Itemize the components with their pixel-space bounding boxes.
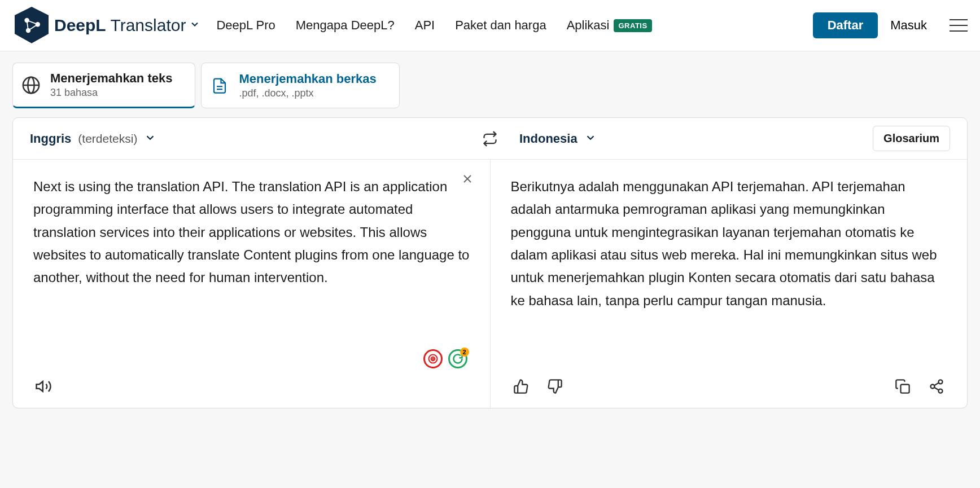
svg-line-22 <box>934 388 939 390</box>
chevron-down-icon <box>144 131 156 146</box>
extension-badges: 2 <box>423 349 467 368</box>
speaker-icon[interactable] <box>33 376 54 397</box>
signup-button[interactable]: Daftar <box>813 12 878 38</box>
thumbs-down-icon[interactable] <box>545 376 565 397</box>
clear-source-button[interactable] <box>461 172 474 188</box>
logo-wrap[interactable]: DeepL Translator <box>12 3 200 47</box>
target-language-select[interactable]: Indonesia <box>519 131 597 146</box>
svg-point-19 <box>939 380 943 384</box>
source-language-area: Inggris (terdeteksi) <box>13 131 478 146</box>
document-icon <box>209 76 230 96</box>
mode-tabs: Menerjemahkan teks 31 bahasa Menerjemahk… <box>0 51 980 117</box>
tab-files-title: Menerjemahkan berkas <box>239 72 376 86</box>
source-text-input[interactable]: Next is using the translation API. The t… <box>33 175 470 365</box>
swap-languages-button[interactable] <box>478 131 502 147</box>
globe-icon <box>21 75 41 95</box>
copy-icon[interactable] <box>893 376 913 397</box>
svg-point-16 <box>432 358 434 359</box>
svg-line-23 <box>934 383 939 386</box>
source-pane: Next is using the translation API. The t… <box>13 160 491 408</box>
tab-files-subtitle: .pdf, .docx, .pptx <box>239 87 376 99</box>
nav-apps-label: Aplikasi <box>567 18 610 33</box>
target-icon[interactable] <box>423 349 443 368</box>
nav-pricing[interactable]: Paket dan harga <box>447 14 554 37</box>
top-header: DeepL Translator DeepL Pro Mengapa DeepL… <box>0 0 980 51</box>
source-language-select[interactable]: Inggris (terdeteksi) <box>30 131 156 146</box>
svg-point-21 <box>939 389 943 393</box>
free-badge: GRATIS <box>614 19 651 32</box>
svg-rect-18 <box>901 385 909 393</box>
brand-text: DeepL Translator <box>54 16 186 35</box>
grammarly-icon[interactable]: 2 <box>448 349 467 368</box>
menu-icon[interactable] <box>950 19 968 32</box>
brand-bold: DeepL <box>54 16 106 34</box>
deepl-logo-icon <box>12 3 51 47</box>
nav-apps[interactable]: Aplikasi GRATIS <box>559 14 660 37</box>
chevron-down-icon[interactable] <box>189 19 200 32</box>
target-language-area: Indonesia Glosarium <box>502 126 967 151</box>
source-footer <box>33 365 470 397</box>
svg-marker-0 <box>15 7 49 43</box>
glossary-button[interactable]: Glosarium <box>873 126 950 151</box>
nav-deepl-pro[interactable]: DeepL Pro <box>208 14 283 37</box>
target-footer <box>511 365 947 397</box>
language-bar: Inggris (terdeteksi) Indonesia Glosarium <box>13 118 967 160</box>
target-lang-name: Indonesia <box>519 131 578 146</box>
svg-point-20 <box>931 385 935 389</box>
thumbs-up-icon[interactable] <box>511 376 531 397</box>
tab-text-title: Menerjemahkan teks <box>50 71 172 86</box>
target-text-output[interactable]: Berikutnya adalah menggunakan API terjem… <box>511 175 947 365</box>
source-lang-name: Inggris <box>30 131 71 146</box>
nav-why-deepl[interactable]: Mengapa DeepL? <box>288 14 403 37</box>
nav-api[interactable]: API <box>407 14 443 37</box>
grammarly-badge-count: 2 <box>460 348 469 357</box>
target-pane: Berikutnya adalah menggunakan API terjem… <box>491 160 968 408</box>
tab-text-subtitle: 31 bahasa <box>50 87 172 99</box>
chevron-down-icon <box>584 131 597 146</box>
tab-translate-text[interactable]: Menerjemahkan teks 31 bahasa <box>12 63 195 108</box>
share-icon[interactable] <box>926 376 947 397</box>
login-link[interactable]: Masuk <box>882 14 935 37</box>
tab-translate-files[interactable]: Menerjemahkan berkas .pdf, .docx, .pptx <box>201 63 399 108</box>
translation-panes: Next is using the translation API. The t… <box>13 160 967 408</box>
svg-marker-17 <box>37 381 43 392</box>
translator-panel: Inggris (terdeteksi) Indonesia Glosarium… <box>12 117 968 408</box>
source-lang-detected: (terdeteksi) <box>78 132 137 146</box>
brand-rest: Translator <box>106 16 186 34</box>
